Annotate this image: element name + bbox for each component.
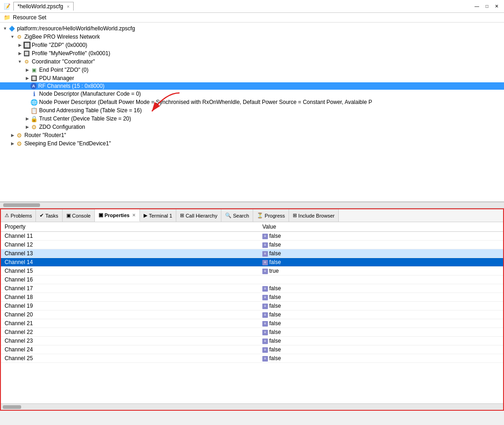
tab-include-browser[interactable]: ⊞ Include Browser: [289, 209, 339, 222]
tree-item-profile-zdp[interactable]: ▶ 🔲 Profile "ZDP" (0x0000): [0, 41, 504, 49]
property-cell: Channel 22: [1, 328, 259, 337]
value-icon: ≡: [262, 312, 268, 318]
table-row[interactable]: Channel 20≡false: [1, 310, 503, 319]
value-icon: ≡: [262, 260, 268, 265]
zigbee-icon: ⚙: [16, 33, 23, 40]
maximize-icon[interactable]: □: [484, 4, 490, 9]
table-row[interactable]: Channel 22≡false: [1, 328, 503, 337]
zdo-config-label: ZDO Configuration: [39, 124, 85, 130]
tab-search[interactable]: 🔍 Search: [221, 209, 253, 222]
value-icon: ≡: [262, 286, 268, 292]
tab-properties-label: Properties: [104, 212, 129, 218]
call-hierarchy-icon: ⊞: [180, 212, 184, 218]
value-cell: ≡false: [259, 232, 503, 241]
table-row[interactable]: Channel 21≡false: [1, 319, 503, 328]
bottom-scrollbar[interactable]: [1, 403, 503, 410]
tree-item-zdo-config[interactable]: ▶ ⚙ ZDO Configuration: [0, 123, 504, 131]
bottom-scroll-thumb[interactable]: [3, 405, 21, 409]
tab-problems-label: Problems: [11, 213, 32, 218]
tab-call-hierarchy[interactable]: ⊞ Call Hierarchy: [176, 209, 221, 222]
tab-terminal[interactable]: ▶ Terminal 1: [140, 209, 176, 222]
tree-item-router[interactable]: ▶ ⚙ Router "Router1": [0, 131, 504, 139]
editor-tab[interactable]: *helloWorld.zpscfg ×: [13, 2, 74, 11]
expand-coord-icon[interactable]: ▼: [17, 59, 23, 64]
tree-scrollbar[interactable]: [0, 202, 504, 208]
include-browser-icon: ⊞: [293, 212, 297, 218]
property-cell: Channel 11: [1, 232, 259, 241]
property-cell: Channel 17: [1, 284, 259, 293]
value-cell: ≡false: [259, 354, 503, 363]
rf-channels-label: RF Channels (15 : 0x8000): [38, 83, 104, 89]
expand-pdu-icon[interactable]: ▶: [24, 76, 30, 80]
table-row[interactable]: Channel 23≡false: [1, 337, 503, 345]
tree-item-trust-center[interactable]: ▶ 🔒 Trust Center (Device Table Size = 20…: [0, 115, 504, 123]
tree-item-node-descriptor[interactable]: ℹ Node Descriptor (Manufacturer Code = 0…: [0, 90, 504, 98]
expand-root-icon[interactable]: ▼: [2, 26, 8, 31]
table-row[interactable]: Channel 19≡false: [1, 302, 503, 310]
tree-item-profile-new[interactable]: ▶ 🔲 Profile "MyNewProfile" (0x0001): [0, 49, 504, 57]
expand-tc-icon[interactable]: ▶: [24, 116, 30, 121]
properties-table: Property Value Channel 11≡falseChannel 1…: [1, 222, 503, 363]
expand-zigbee-icon[interactable]: ▼: [9, 34, 16, 39]
properties-table-area[interactable]: Property Value Channel 11≡falseChannel 1…: [1, 222, 503, 403]
expand-zc-icon[interactable]: ▶: [24, 125, 30, 129]
progress-icon: ⏳: [257, 212, 263, 218]
tab-console[interactable]: ▣ Console: [63, 209, 95, 222]
properties-icon: ▣: [98, 212, 103, 218]
tree-item-bound-table[interactable]: 📋 Bound Addressing Table (Table Size = 1…: [0, 106, 504, 115]
close-tab-icon[interactable]: ×: [67, 4, 70, 9]
value-icon: ≡: [262, 347, 268, 353]
property-cell: Channel 20: [1, 310, 259, 319]
resource-icon: 📁: [4, 14, 11, 21]
table-row[interactable]: Channel 18≡false: [1, 293, 503, 302]
tree-item-pdu[interactable]: ▶ 🔲 PDU Manager: [0, 74, 504, 82]
zigbee-label: ZigBee PRO Wireless Network: [24, 34, 100, 40]
tree-item-end-device[interactable]: ▶ ⚙ Sleeping End Device "EndDevice1": [0, 139, 504, 148]
tree-area[interactable]: ▼ 🔷 platform:/resource/HelloWorld/helloW…: [0, 23, 504, 202]
property-cell: Channel 14: [1, 258, 259, 267]
value-cell: ≡false: [259, 258, 503, 267]
table-row[interactable]: Channel 14≡false: [1, 258, 503, 267]
minimize-icon[interactable]: —: [473, 4, 481, 9]
tree-item-node-power[interactable]: 🌐 Node Power Descriptor (Default Power M…: [0, 98, 504, 106]
tab-console-label: Console: [72, 213, 91, 218]
table-row[interactable]: Channel 17≡false: [1, 284, 503, 293]
expand-router-icon[interactable]: ▶: [9, 133, 16, 138]
expand-zdp-icon[interactable]: ▶: [17, 43, 23, 47]
value-icon: ≡: [262, 339, 268, 344]
tab-properties[interactable]: ▣ Properties ✕: [95, 209, 140, 222]
scroll-thumb[interactable]: [3, 203, 40, 207]
tree-item-zigbee[interactable]: ▼ ⚙ ZigBee PRO Wireless Network: [0, 33, 504, 41]
tree-item-endpoint-zdo[interactable]: ▶ ▣ End Point "ZDO" (0): [0, 66, 504, 74]
endpoint-label: End Point "ZDO" (0): [39, 67, 88, 73]
value-cell: ≡false: [259, 345, 503, 354]
tab-tasks[interactable]: ✔ Tasks: [36, 209, 62, 222]
table-row[interactable]: Channel 25≡false: [1, 354, 503, 363]
tree-root[interactable]: ▼ 🔷 platform:/resource/HelloWorld/helloW…: [0, 24, 504, 33]
expand-sed-icon[interactable]: ▶: [9, 141, 16, 146]
property-cell: Channel 18: [1, 293, 259, 302]
node-power-label: Node Power Descriptor (Default Power Mod…: [39, 99, 372, 105]
value-cell: [259, 276, 503, 284]
properties-close-icon[interactable]: ✕: [132, 213, 136, 218]
table-row[interactable]: Channel 24≡false: [1, 345, 503, 354]
tree-item-coordinator[interactable]: ▼ ⚙ Coordinator "Coordinator": [0, 57, 504, 66]
tab-bar: ⚠ Problems ✔ Tasks ▣ Console ▣ Propertie…: [1, 209, 503, 222]
col-value-header: Value: [259, 222, 503, 232]
property-cell: Channel 13: [1, 249, 259, 258]
expand-new-icon[interactable]: ▶: [17, 51, 23, 56]
value-icon: ≡: [262, 269, 268, 274]
profile-zdp-label: Profile "ZDP" (0x0000): [32, 42, 87, 48]
table-row[interactable]: Channel 13≡false: [1, 249, 503, 258]
table-row[interactable]: Channel 12≡false: [1, 241, 503, 249]
table-row[interactable]: Channel 16: [1, 276, 503, 284]
close-window-icon[interactable]: ✕: [493, 4, 500, 9]
zdo-config-icon: ⚙: [30, 123, 38, 131]
table-row[interactable]: Channel 11≡false: [1, 232, 503, 241]
tree-item-rf-channels[interactable]: A RF Channels (15 : 0x8000): [0, 82, 504, 90]
power-icon: 🌐: [30, 98, 38, 106]
table-row[interactable]: Channel 15≡true: [1, 267, 503, 276]
tab-problems[interactable]: ⚠ Problems: [1, 209, 36, 222]
tab-progress[interactable]: ⏳ Progress: [253, 209, 289, 222]
expand-zdo-icon[interactable]: ▶: [24, 68, 30, 72]
